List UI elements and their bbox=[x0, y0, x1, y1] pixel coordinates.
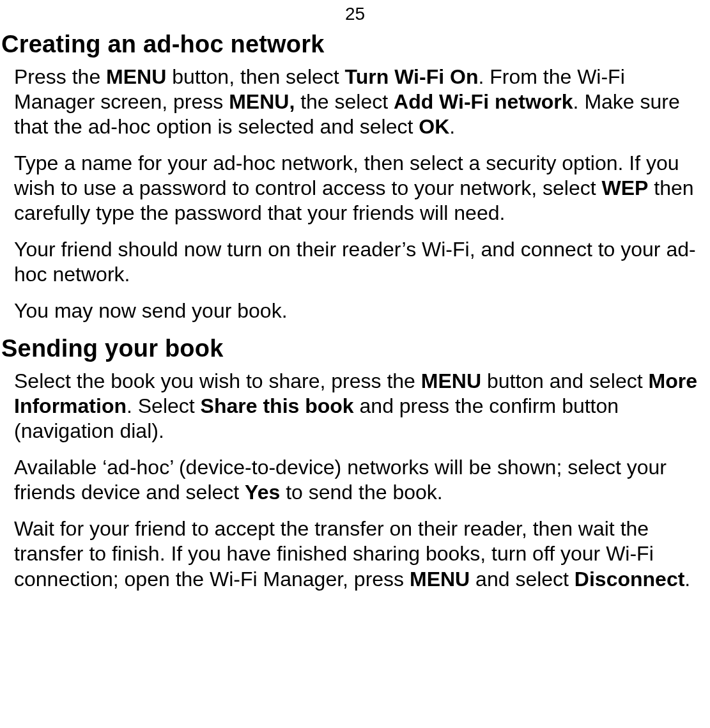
text-run: Your friend should now turn on their rea… bbox=[14, 238, 696, 286]
text-run: and select bbox=[470, 568, 575, 591]
bold-text: MENU bbox=[421, 369, 481, 392]
bold-text: MENU bbox=[410, 568, 470, 591]
body-paragraph: Wait for your friend to accept the trans… bbox=[0, 516, 710, 591]
body-paragraph: Your friend should now turn on their rea… bbox=[0, 237, 710, 287]
bold-text: Share this book bbox=[201, 394, 354, 417]
body-paragraph: Available ‘ad-hoc’ (device-to-device) ne… bbox=[0, 455, 710, 505]
text-run: the select bbox=[295, 90, 394, 113]
bold-text: OK bbox=[419, 115, 449, 138]
page-number: 25 bbox=[0, 4, 710, 24]
text-run: Select the book you wish to share, press… bbox=[14, 369, 421, 392]
bold-text: Add Wi-Fi network bbox=[394, 90, 573, 113]
page-content: Creating an ad-hoc networkPress the MENU… bbox=[0, 31, 710, 592]
bold-text: Turn Wi-Fi On bbox=[345, 65, 479, 88]
text-run: button and select bbox=[481, 369, 649, 392]
text-run: Type a name for your ad-hoc network, the… bbox=[14, 151, 679, 199]
text-run: to send the book. bbox=[280, 481, 442, 504]
bold-text: WEP bbox=[602, 176, 649, 199]
text-run: Press the bbox=[14, 65, 106, 88]
body-paragraph: Press the MENU button, then select Turn … bbox=[0, 65, 710, 139]
bold-text: Disconnect bbox=[575, 568, 684, 591]
text-run: . Select bbox=[127, 394, 201, 417]
text-run: You may now send your book. bbox=[14, 299, 288, 322]
body-paragraph: Type a name for your ad-hoc network, the… bbox=[0, 151, 710, 226]
bold-text: MENU, bbox=[229, 90, 295, 113]
body-paragraph: You may now send your book. bbox=[0, 298, 710, 323]
text-run: . bbox=[684, 568, 690, 591]
section-heading: Creating an ad-hoc network bbox=[0, 31, 710, 58]
body-paragraph: Select the book you wish to share, press… bbox=[0, 369, 710, 444]
bold-text: MENU bbox=[106, 65, 166, 88]
text-run: button, then select bbox=[166, 65, 344, 88]
bold-text: Yes bbox=[245, 481, 280, 504]
section-heading: Sending your book bbox=[0, 335, 710, 362]
document-page: 25 Creating an ad-hoc networkPress the M… bbox=[0, 4, 710, 592]
text-run: . bbox=[449, 115, 455, 138]
